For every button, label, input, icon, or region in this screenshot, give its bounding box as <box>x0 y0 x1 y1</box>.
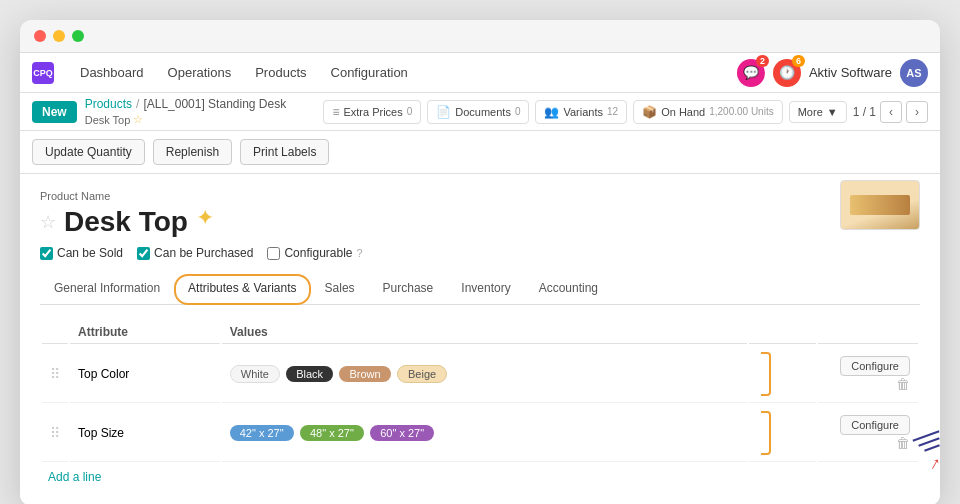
prev-page-button[interactable]: ‹ <box>880 101 902 123</box>
tab-attributes-variants[interactable]: Attributes & Variants <box>174 274 311 305</box>
attribute-values: 42" x 27" 48" x 27" 60" x 27" <box>222 405 748 462</box>
delete-top-size-icon[interactable]: 🗑 <box>896 435 910 451</box>
chat-badge: 2 <box>756 55 769 67</box>
top-nav: CPQ Dashboard Operations Products Config… <box>20 53 940 93</box>
breadcrumb-bar: New Products / [ALL_0001] Standing Desk … <box>20 93 940 131</box>
tab-accounting[interactable]: Accounting <box>525 274 612 304</box>
drag-handle-icon[interactable]: ⠿ <box>50 425 60 441</box>
col-attribute: Attribute <box>70 321 220 344</box>
configure-top-size-button[interactable]: Configure <box>840 415 910 435</box>
chat-notification-button[interactable]: 💬 2 <box>737 59 765 87</box>
tab-purchase[interactable]: Purchase <box>369 274 448 304</box>
on-hand-label: On Hand <box>661 106 705 118</box>
can-be-sold-checkbox[interactable]: Can be Sold <box>40 246 123 260</box>
breadcrumb-subtitle: Desk Top ☆ <box>85 113 286 126</box>
product-title-row: ☆ Desk Top ✦ <box>40 206 920 238</box>
more-label: More <box>798 106 823 118</box>
new-button[interactable]: New <box>32 101 77 123</box>
product-name-label: Product Name <box>40 190 920 202</box>
more-chevron-icon: ▼ <box>827 106 838 118</box>
user-avatar[interactable]: AS <box>900 59 928 87</box>
nav-products[interactable]: Products <box>245 59 316 86</box>
documents-icon: 📄 <box>436 105 451 119</box>
brand: CPQ <box>32 62 54 84</box>
action-bar: Update Quantity Replenish Print Labels <box>20 131 940 174</box>
replenish-button[interactable]: Replenish <box>153 139 232 165</box>
highlight-arrow-icon: ✦ <box>196 205 214 231</box>
delete-top-color-icon[interactable]: 🗑 <box>896 376 910 392</box>
minimize-dot[interactable] <box>53 30 65 42</box>
decorative-element: ↑ <box>912 435 940 474</box>
tag-48x27: 48" x 27" <box>300 425 364 441</box>
extra-prices-button[interactable]: ≡ Extra Prices 0 <box>323 100 421 124</box>
activity-badge: 6 <box>792 55 805 67</box>
tab-general-information[interactable]: General Information <box>40 274 174 304</box>
extra-prices-icon: ≡ <box>332 105 339 119</box>
breadcrumb-star[interactable]: ☆ <box>133 113 143 126</box>
breadcrumb-products-link[interactable]: Products <box>85 97 132 111</box>
more-button[interactable]: More ▼ <box>789 101 847 123</box>
toolbar-right: ≡ Extra Prices 0 📄 Documents 0 👥 Variant… <box>323 100 928 124</box>
maximize-dot[interactable] <box>72 30 84 42</box>
next-page-button[interactable]: › <box>906 101 928 123</box>
nav-operations[interactable]: Operations <box>158 59 242 86</box>
extra-prices-count: 0 <box>407 106 413 117</box>
can-be-purchased-checkbox[interactable]: Can be Purchased <box>137 246 253 260</box>
documents-count: 0 <box>515 106 521 117</box>
breadcrumb-subtitle-text: Desk Top <box>85 114 131 126</box>
pagination: 1 / 1 ‹ › <box>853 101 928 123</box>
cpq-icon: CPQ <box>32 62 54 84</box>
attribute-name: Top Size <box>70 405 220 462</box>
activity-notification-button[interactable]: 🕐 6 <box>773 59 801 87</box>
product-image <box>840 180 920 230</box>
main-content: Product Name ☆ Desk Top ✦ Can be Sold Ca… <box>20 174 940 504</box>
extra-prices-label: Extra Prices <box>343 106 402 118</box>
tabs-row: General Information Attributes & Variant… <box>40 274 920 305</box>
configure-top-color-button[interactable]: Configure <box>840 356 910 376</box>
variants-label: Variants <box>563 106 603 118</box>
table-row: ⠿ Top Color White Black Brown Beige Co <box>42 346 918 403</box>
tab-sales[interactable]: Sales <box>311 274 369 304</box>
tag-black: Black <box>286 366 333 382</box>
documents-label: Documents <box>455 106 511 118</box>
tag-white: White <box>230 365 280 383</box>
on-hand-icon: 📦 <box>642 105 657 119</box>
nav-configuration[interactable]: Configuration <box>321 59 418 86</box>
configurable-checkbox[interactable]: Configurable ? <box>267 246 362 260</box>
print-labels-button[interactable]: Print Labels <box>240 139 329 165</box>
col-values: Values <box>222 321 748 344</box>
documents-button[interactable]: 📄 Documents 0 <box>427 100 529 124</box>
variants-button[interactable]: 👥 Variants 12 <box>535 100 627 124</box>
breadcrumb: Products / [ALL_0001] Standing Desk <box>85 97 286 111</box>
tag-60x27: 60" x 27" <box>370 425 434 441</box>
tag-beige: Beige <box>397 365 447 383</box>
tab-inventory[interactable]: Inventory <box>447 274 524 304</box>
table-row: ⠿ Top Size 42" x 27" 48" x 27" 60" x 27"… <box>42 405 918 462</box>
user-name: Aktiv Software <box>809 65 892 80</box>
breadcrumb-separator: / <box>136 97 139 111</box>
tag-brown: Brown <box>339 366 390 382</box>
attribute-name: Top Color <box>70 346 220 403</box>
variants-count: 12 <box>607 106 618 117</box>
on-hand-value: 1,200.00 Units <box>709 106 774 117</box>
pagination-text: 1 / 1 <box>853 105 876 119</box>
breadcrumb-current: [ALL_0001] Standing Desk <box>143 97 286 111</box>
add-line-button[interactable]: Add a line <box>40 464 920 490</box>
main-window: CPQ Dashboard Operations Products Config… <box>20 20 940 504</box>
attribute-values: White Black Brown Beige <box>222 346 748 403</box>
checkboxes-row: Can be Sold Can be Purchased Configurabl… <box>40 246 920 260</box>
on-hand-button[interactable]: 📦 On Hand 1,200.00 Units <box>633 100 783 124</box>
tag-42x27: 42" x 27" <box>230 425 294 441</box>
close-dot[interactable] <box>34 30 46 42</box>
drag-handle-icon[interactable]: ⠿ <box>50 366 60 382</box>
attributes-table: Attribute Values ⠿ Top Color White Black <box>40 319 920 464</box>
product-title: Desk Top <box>64 206 188 238</box>
update-quantity-button[interactable]: Update Quantity <box>32 139 145 165</box>
title-bar <box>20 20 940 53</box>
nav-dashboard[interactable]: Dashboard <box>70 59 154 86</box>
favorite-star-icon[interactable]: ☆ <box>40 211 56 233</box>
bracket-icon <box>761 411 771 455</box>
breadcrumb-area: Products / [ALL_0001] Standing Desk Desk… <box>85 97 286 126</box>
bracket-icon <box>761 352 771 396</box>
variants-icon: 👥 <box>544 105 559 119</box>
